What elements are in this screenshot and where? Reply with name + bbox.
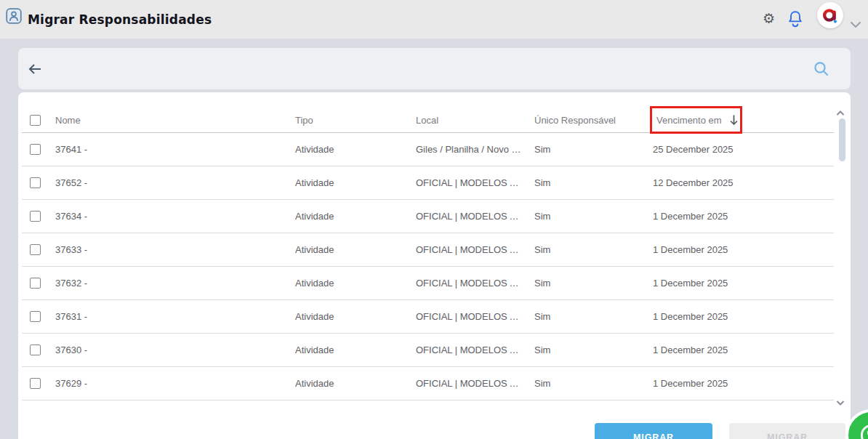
cell-unico-responsavel: Sim — [534, 278, 653, 289]
column-header-tipo[interactable]: Tipo — [295, 115, 416, 126]
cell-nome: 37630 - — [55, 345, 295, 355]
whatsapp-icon — [858, 422, 868, 439]
table-row[interactable]: 37634 - Atividade OFICIAL | MODELOS ACRE… — [22, 200, 834, 233]
profile-chevron-down-icon[interactable] — [851, 17, 861, 31]
search-icon[interactable] — [813, 60, 830, 78]
cell-unico-responsavel: Sim — [534, 211, 653, 222]
cell-tipo: Atividade — [295, 345, 416, 355]
cell-tipo: Atividade — [295, 144, 416, 155]
cell-unico-responsavel: Sim — [534, 345, 653, 355]
notifications-bell-icon[interactable] — [787, 9, 804, 31]
table-row[interactable]: 37652 - Atividade OFICIAL | MODELOS ACRE… — [22, 166, 834, 200]
cell-tipo: Atividade — [295, 177, 416, 188]
row-checkbox[interactable] — [30, 378, 41, 389]
cell-vencimento: 25 December 2025 — [653, 144, 834, 155]
toolbar — [18, 48, 851, 89]
cell-local: Giles / Planilha / Novo Grupo — [416, 144, 534, 155]
cell-local: OFICIAL | MODELOS ACRE… — [416, 378, 534, 389]
table-row[interactable]: 37641 - Atividade Giles / Planilha / Nov… — [22, 133, 834, 166]
app-header: Migrar Responsabilidades ⚙ — [0, 0, 868, 39]
row-checkbox[interactable] — [30, 311, 41, 322]
cell-vencimento: 1 December 2025 — [653, 345, 834, 355]
cell-vencimento: 12 December 2025 — [653, 177, 834, 188]
user-avatar[interactable] — [817, 2, 843, 28]
row-checkbox[interactable] — [30, 278, 41, 289]
cell-unico-responsavel: Sim — [534, 311, 653, 322]
cell-unico-responsavel: Sim — [534, 378, 653, 389]
table-row[interactable]: 37633 - Atividade OFICIAL | MODELOS ACRE… — [22, 233, 834, 267]
cell-vencimento: 1 December 2025 — [653, 311, 834, 322]
cell-unico-responsavel: Sim — [534, 244, 653, 255]
select-all-checkbox[interactable] — [30, 115, 41, 126]
cell-nome: 37629 - — [55, 378, 295, 389]
column-header-unico-responsavel[interactable]: Único Responsável — [534, 115, 653, 126]
cell-local: OFICIAL | MODELOS ACRE… — [416, 177, 534, 188]
scrollbar-thumb[interactable] — [839, 118, 845, 161]
row-checkbox[interactable] — [30, 244, 41, 255]
cell-unico-responsavel: Sim — [534, 144, 653, 155]
cell-local: OFICIAL | MODELOS ACRE… — [416, 211, 534, 222]
cell-tipo: Atividade — [295, 311, 416, 322]
cell-nome: 37652 - — [55, 177, 295, 188]
cell-local: OFICIAL | MODELOS ACRE… — [416, 244, 534, 255]
scrollbar-up-arrow-icon[interactable] — [836, 107, 845, 114]
cell-tipo: Atividade — [295, 211, 416, 222]
migrar-button[interactable]: MIGRAR — [595, 423, 712, 439]
table-header-row: Nome Tipo Local Único Responsável Vencim… — [22, 92, 834, 133]
row-checkbox[interactable] — [30, 144, 41, 155]
column-header-local[interactable]: Local — [416, 115, 534, 126]
table-row[interactable]: 37629 - Atividade OFICIAL | MODELOS ACRE… — [22, 367, 834, 400]
cell-nome: 37633 - — [55, 244, 295, 255]
table-row[interactable]: 37630 - Atividade OFICIAL | MODELOS ACRE… — [22, 334, 834, 367]
cell-vencimento: 1 December 2025 — [653, 211, 834, 222]
page-title: Migrar Responsabilidades — [28, 0, 212, 39]
scrollbar-down-arrow-icon[interactable] — [836, 396, 845, 403]
settings-gear-icon[interactable]: ⚙ — [763, 12, 775, 25]
cell-local: OFICIAL | MODELOS ACRE… — [416, 278, 534, 289]
cell-vencimento: 1 December 2025 — [653, 244, 834, 255]
cell-local: OFICIAL | MODELOS ACRE… — [416, 311, 534, 322]
cell-nome: 37632 - — [55, 278, 295, 289]
cell-tipo: Atividade — [295, 244, 416, 255]
cell-vencimento: 1 December 2025 — [653, 378, 834, 389]
cell-nome: 37634 - — [55, 211, 295, 222]
cell-vencimento: 1 December 2025 — [653, 278, 834, 289]
sort-desc-arrow-icon — [729, 114, 739, 126]
responsibilities-table: Nome Tipo Local Único Responsável Vencim… — [18, 92, 851, 439]
row-checkbox[interactable] — [30, 345, 41, 355]
row-checkbox[interactable] — [30, 211, 41, 222]
cell-tipo: Atividade — [295, 378, 416, 389]
column-header-nome[interactable]: Nome — [55, 115, 295, 126]
responsibility-badge-icon — [6, 8, 22, 24]
migrar-button-disabled[interactable]: MIGRAR — [729, 423, 845, 439]
cell-tipo: Atividade — [295, 278, 416, 289]
back-arrow-icon[interactable] — [27, 61, 43, 77]
column-header-vencimento-em[interactable]: Vencimento em — [653, 114, 834, 126]
cell-nome: 37641 - — [55, 144, 295, 155]
row-checkbox[interactable] — [30, 177, 41, 188]
cell-unico-responsavel: Sim — [534, 177, 653, 188]
cell-local: OFICIAL | MODELOS ACRE… — [416, 345, 534, 355]
cell-nome: 37631 - — [55, 311, 295, 322]
table-row[interactable]: 37631 - Atividade OFICIAL | MODELOS ACRE… — [22, 300, 834, 334]
table-row[interactable]: 37632 - Atividade OFICIAL | MODELOS ACRE… — [22, 267, 834, 300]
